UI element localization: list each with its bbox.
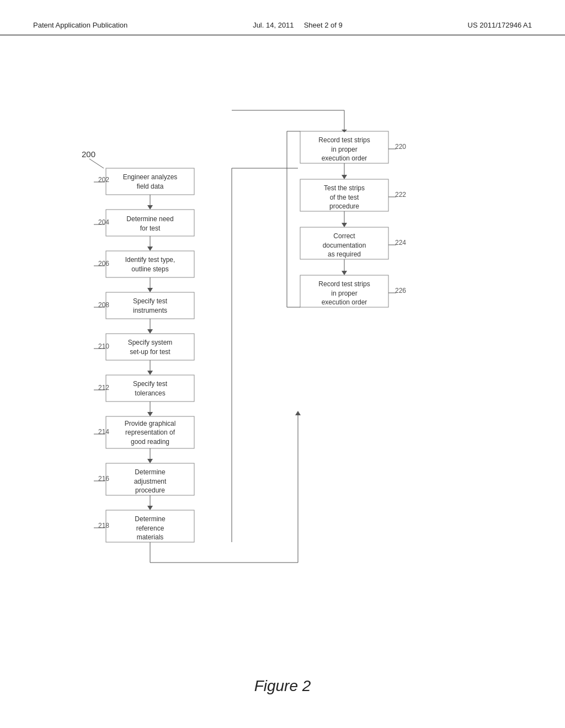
svg-text:procedure: procedure bbox=[329, 202, 359, 210]
svg-text:instruments: instruments bbox=[133, 307, 167, 314]
svg-text:216: 216 bbox=[98, 475, 109, 483]
svg-text:Provide graphical: Provide graphical bbox=[125, 420, 176, 427]
svg-text:Determine: Determine bbox=[135, 468, 166, 476]
svg-text:reference: reference bbox=[136, 524, 164, 532]
svg-text:execution order: execution order bbox=[322, 154, 367, 162]
svg-text:Test the strips: Test the strips bbox=[324, 184, 365, 192]
svg-text:field data: field data bbox=[137, 183, 164, 190]
svg-marker-29 bbox=[147, 329, 153, 334]
svg-text:222: 222 bbox=[395, 191, 406, 199]
svg-text:Specify system: Specify system bbox=[128, 339, 173, 346]
svg-text:procedure: procedure bbox=[135, 486, 165, 494]
svg-marker-36 bbox=[147, 371, 153, 375]
svg-text:220: 220 bbox=[395, 143, 406, 151]
svg-marker-51 bbox=[147, 459, 153, 463]
svg-text:218: 218 bbox=[98, 522, 109, 529]
svg-text:210: 210 bbox=[98, 342, 109, 350]
header-publication-label: Patent Application Publication bbox=[33, 21, 127, 29]
svg-marker-59 bbox=[147, 506, 153, 510]
svg-marker-69 bbox=[295, 411, 301, 415]
svg-text:Specify test: Specify test bbox=[133, 380, 168, 388]
svg-text:Record test strips: Record test strips bbox=[318, 280, 370, 288]
svg-text:212: 212 bbox=[98, 384, 109, 392]
svg-text:adjustment: adjustment bbox=[134, 478, 167, 485]
svg-rect-23 bbox=[106, 292, 194, 319]
svg-marker-8 bbox=[147, 205, 153, 210]
svg-text:in proper: in proper bbox=[331, 146, 357, 153]
svg-text:204: 204 bbox=[98, 218, 109, 226]
svg-text:set-up for test: set-up for test bbox=[130, 348, 170, 356]
svg-text:good reading: good reading bbox=[131, 438, 169, 446]
svg-text:208: 208 bbox=[98, 301, 109, 309]
svg-text:200: 200 bbox=[82, 149, 95, 159]
svg-text:Correct: Correct bbox=[333, 232, 355, 240]
svg-text:Engineer analyzes: Engineer analyzes bbox=[123, 173, 178, 181]
svg-rect-2 bbox=[106, 168, 194, 195]
svg-text:representation of: representation of bbox=[125, 429, 175, 436]
header: Patent Application Publication Jul. 14, … bbox=[0, 0, 565, 35]
svg-text:outline steps: outline steps bbox=[131, 265, 168, 273]
svg-text:226: 226 bbox=[395, 287, 406, 295]
svg-marker-43 bbox=[147, 412, 153, 416]
svg-text:as required: as required bbox=[328, 250, 361, 258]
svg-text:materials: materials bbox=[137, 533, 164, 541]
svg-text:224: 224 bbox=[395, 239, 406, 247]
page: Patent Application Publication Jul. 14, … bbox=[0, 0, 565, 728]
svg-rect-16 bbox=[106, 251, 194, 277]
figure-caption: Figure 2 bbox=[0, 677, 565, 695]
header-patent-number: US 2011/172946 A1 bbox=[468, 21, 532, 29]
svg-text:206: 206 bbox=[98, 260, 109, 267]
svg-text:202: 202 bbox=[98, 176, 109, 184]
svg-text:documentation: documentation bbox=[323, 242, 366, 249]
svg-text:for test: for test bbox=[140, 224, 161, 232]
flowchart-diagram: 200 Engineer analyzes field data 202 Det… bbox=[0, 61, 565, 667]
svg-text:214: 214 bbox=[98, 428, 109, 436]
svg-text:Determine need: Determine need bbox=[126, 215, 173, 223]
svg-marker-87 bbox=[342, 223, 347, 227]
header-date: Jul. 14, 2011 bbox=[253, 21, 294, 29]
svg-text:in proper: in proper bbox=[331, 290, 357, 297]
svg-text:Determine: Determine bbox=[135, 515, 166, 523]
svg-rect-37 bbox=[106, 375, 194, 402]
svg-rect-30 bbox=[106, 334, 194, 360]
svg-text:of the test: of the test bbox=[330, 194, 359, 201]
svg-text:Record test strips: Record test strips bbox=[318, 136, 370, 144]
svg-marker-79 bbox=[342, 175, 347, 179]
svg-text:execution order: execution order bbox=[322, 298, 367, 306]
svg-text:Specify test: Specify test bbox=[133, 297, 168, 305]
svg-text:tolerances: tolerances bbox=[135, 389, 165, 397]
svg-marker-22 bbox=[147, 288, 153, 292]
header-sheet: Sheet 2 of 9 bbox=[304, 21, 343, 29]
svg-marker-15 bbox=[147, 247, 153, 251]
svg-marker-95 bbox=[342, 271, 347, 275]
svg-text:Identify test type,: Identify test type, bbox=[125, 256, 175, 264]
svg-line-1 bbox=[89, 159, 104, 168]
header-date-sheet: Jul. 14, 2011 Sheet 2 of 9 bbox=[253, 21, 343, 29]
